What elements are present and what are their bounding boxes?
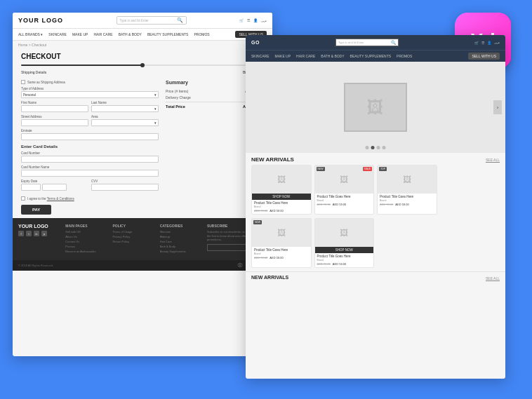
header-left: YOUR LOGO Type in and hit Enter 🔍 🛒 ☰ 👤 … <box>13 13 272 29</box>
footer-item-contact[interactable]: Contact Us <box>65 240 108 243</box>
emirate-input[interactable] <box>21 133 159 140</box>
facebook-icon[interactable]: f <box>18 231 24 236</box>
footer-item-return[interactable]: Return Policy <box>112 240 155 243</box>
search-icon[interactable]: 🔍 <box>177 18 183 23</box>
footer-left: YOUR LOGO f t in p MAIN PAGES Sell with … <box>13 218 272 260</box>
sell-btn-right[interactable]: SELL WITH US <box>468 53 500 60</box>
terms-label: I agree to the Terms & Conditions <box>27 197 74 201</box>
footer-cat-supplements[interactable]: Beauty Supplements <box>160 250 203 253</box>
footer-social: f t in p <box>18 231 61 236</box>
footer-item-promos[interactable]: Promos <box>65 245 108 248</box>
product-card-2: 🖼 NEW SALE Product Title Goes Here Brand… <box>314 165 375 215</box>
product-img-icon-3: 🖼 <box>403 175 411 184</box>
price-old-3: AED 70.00 <box>380 203 393 206</box>
user-icon[interactable]: 👤 <box>253 18 258 22</box>
footer-categories-title: CATEGORIES <box>160 224 203 228</box>
footer-bottom: © 2018 All Rights Reserved. ⦿ ⦿ VISA <box>13 260 272 271</box>
product-brand-1: Brand <box>254 205 309 208</box>
nav-skincare[interactable]: SKINCARE <box>48 32 67 36</box>
cvv-input[interactable] <box>91 184 159 191</box>
nav-bath-right[interactable]: BATH & BODY <box>321 54 344 58</box>
search-bar-left[interactable]: Type in and hit Enter 🔍 <box>117 16 187 25</box>
street-input[interactable] <box>21 119 88 126</box>
footer-item-terms[interactable]: Terms of Usage <box>112 230 155 234</box>
expiry-label: Expiry Date <box>21 180 88 183</box>
area-select[interactable]: ▾ <box>91 119 159 126</box>
footer-item-about[interactable]: About Us <box>65 235 108 238</box>
footer-item-privacy[interactable]: Privacy Policy <box>112 235 155 238</box>
cart-icon-right[interactable]: 🛒 <box>474 41 479 45</box>
slider-arrow-right[interactable]: › <box>493 100 502 114</box>
new-arrivals-see-all[interactable]: SEE ALL <box>486 158 500 162</box>
price-new-1: AED 59.00 <box>270 209 283 212</box>
product-img-icon-4: 🖼 <box>277 228 286 238</box>
step-labels: Shipping Details Billing Details <box>21 70 264 74</box>
user-icon-right[interactable]: 👤 <box>487 41 491 45</box>
language-toggle[interactable]: عربى <box>261 19 267 22</box>
dot-2[interactable] <box>371 146 375 149</box>
footer-item-sell[interactable]: Sell with US <box>65 230 108 234</box>
subscribe-email-input[interactable] <box>207 244 246 251</box>
hero-slider[interactable]: 🖼 › <box>246 62 505 153</box>
total-label: Total Price <box>166 104 185 109</box>
new-tag-4: NEW <box>253 220 262 224</box>
nav-haircare-right[interactable]: HAIR CARE <box>296 54 315 58</box>
product-info-2: Product Title Goes Here Brand AED 70.00 … <box>315 194 374 208</box>
year-input[interactable] <box>42 184 67 191</box>
price-new-2: AED 59.00 <box>333 203 346 206</box>
dot-3[interactable] <box>377 146 380 149</box>
footer-brand-col: YOUR LOGO f t in p <box>18 224 61 255</box>
product-price-4: AED 70.00 AED 59.00 <box>254 256 309 259</box>
card-name-label: Card Number Name <box>21 165 159 169</box>
menu-icon[interactable]: ☰ <box>247 18 250 22</box>
nav-promos-right[interactable]: PROMOS <box>397 54 412 58</box>
name-row: First Name Last Name ▾ <box>21 101 159 115</box>
nav-all-brands[interactable]: ALL BRANDS ▾ <box>18 32 43 36</box>
footer-cat-makeup[interactable]: Makeup <box>160 235 203 238</box>
new-tag-2: NEW <box>317 167 325 171</box>
footer-item-ambassador[interactable]: Become an Ambassador <box>65 250 108 253</box>
product-brand-3: Brand <box>380 199 434 202</box>
search-icon-right[interactable]: 🔍 <box>391 40 396 45</box>
copyright-text: © 2018 All Rights Reserved. <box>18 264 53 267</box>
menu-icon-right[interactable]: ☰ <box>481 41 484 45</box>
last-name-select[interactable]: ▾ <box>91 105 159 112</box>
month-input[interactable] <box>21 184 41 191</box>
search-bar-right[interactable]: Type in and hit Enter 🔍 <box>335 39 399 46</box>
shop-now-btn-5[interactable]: SHOP NOW <box>315 247 374 253</box>
nav-supplements[interactable]: BEAUTY SUPPLEMENTS <box>147 32 189 36</box>
footer-cat-bath[interactable]: Bath & Body <box>160 245 203 248</box>
pay-button[interactable]: PAY <box>21 205 51 215</box>
nav-makeup-right[interactable]: MAKE UP <box>275 54 291 58</box>
footer-cat-haircare[interactable]: Hair Care <box>160 240 203 243</box>
instagram-icon[interactable]: in <box>34 231 39 236</box>
new-arrivals-bottom-see-all[interactable]: SEE ALL <box>486 276 500 280</box>
pinterest-icon[interactable]: p <box>41 231 47 236</box>
twitter-icon[interactable]: t <box>26 231 32 236</box>
type-select[interactable]: Personal ▾ <box>21 91 159 98</box>
shop-now-btn-1[interactable]: SHOP NOW <box>252 194 311 200</box>
checkout-page: YOUR LOGO Type in and hit Enter 🔍 🛒 ☰ 👤 … <box>13 13 272 356</box>
terms-checkbox[interactable] <box>21 196 25 201</box>
footer-cat-skincare[interactable]: Skincare <box>160 230 203 234</box>
nav-haircare[interactable]: HAIR CARE <box>93 32 112 36</box>
first-name-input[interactable] <box>21 105 88 112</box>
lang-toggle-right[interactable]: عربى <box>494 41 500 44</box>
last-name-label: Last Name <box>91 101 159 104</box>
nav-promos[interactable]: PROMOS <box>194 32 209 36</box>
nav-bath[interactable]: BATH & BODY <box>119 32 142 36</box>
cart-icon[interactable]: 🛒 <box>239 18 244 22</box>
nav-supplements-right[interactable]: BEAUTY SUPPLEMENTS <box>350 54 392 58</box>
product-name-1: Product Title Goes Here <box>254 201 309 205</box>
dot-1[interactable] <box>366 146 369 149</box>
dot-4[interactable] <box>383 146 386 149</box>
nav-makeup[interactable]: MAKE UP <box>72 32 88 36</box>
product-card-1: 🖼 SHOP NOW Product Title Goes Here Brand… <box>251 165 312 215</box>
card-section-title: Enter Card Details <box>21 144 159 149</box>
nav-skincare-right[interactable]: SKINCARE <box>251 54 270 58</box>
same-address-checkbox[interactable] <box>21 80 25 84</box>
card-number-input[interactable] <box>21 156 159 163</box>
emirate-label: Emirate <box>21 129 159 133</box>
card-name-input[interactable] <box>21 170 159 177</box>
product-brand-2: Brand <box>317 199 372 202</box>
